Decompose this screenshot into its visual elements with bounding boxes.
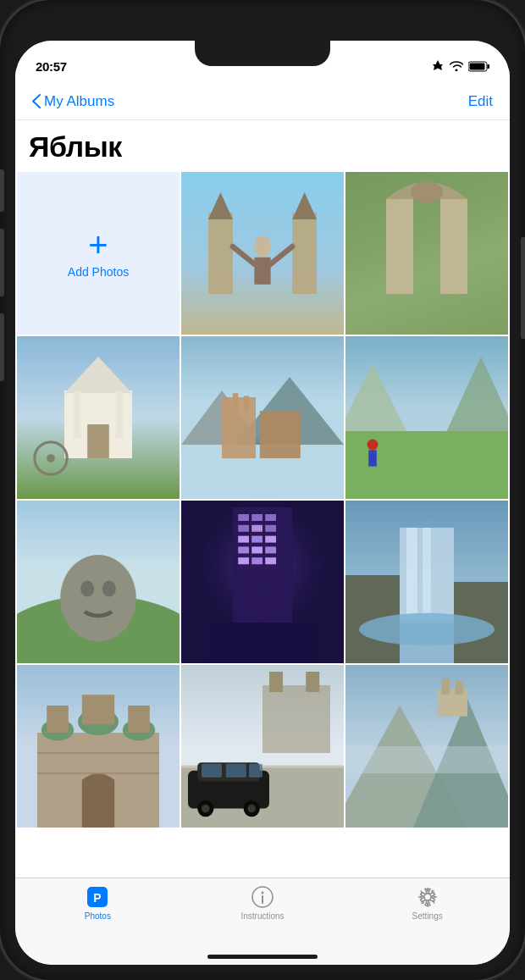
svg-rect-81 bbox=[269, 672, 283, 692]
svg-point-40 bbox=[60, 555, 136, 641]
home-bar bbox=[207, 955, 318, 959]
photo-3[interactable] bbox=[17, 336, 180, 499]
svg-rect-37 bbox=[368, 450, 377, 466]
battery-icon bbox=[468, 61, 489, 72]
svg-rect-21 bbox=[116, 390, 123, 438]
photo-4-overlay bbox=[181, 336, 344, 499]
photo-6[interactable] bbox=[17, 501, 180, 663]
status-time: 20:57 bbox=[36, 59, 67, 74]
svg-rect-1 bbox=[470, 63, 485, 69]
power-button bbox=[521, 237, 525, 339]
svg-rect-50 bbox=[251, 525, 262, 532]
svg-text:P: P bbox=[94, 891, 102, 905]
photos-icon: P bbox=[86, 885, 109, 909]
airplane-icon bbox=[431, 59, 445, 73]
photo-2-overlay bbox=[345, 172, 508, 335]
svg-rect-5 bbox=[292, 213, 317, 294]
tab-instructions[interactable]: Instructions bbox=[180, 885, 345, 921]
photo-11-svg bbox=[345, 665, 508, 828]
svg-point-23 bbox=[47, 454, 55, 462]
photo-4[interactable] bbox=[181, 336, 344, 499]
svg-rect-55 bbox=[238, 546, 249, 553]
instructions-tab-label: Instructions bbox=[240, 911, 284, 921]
photo-7[interactable] bbox=[181, 501, 344, 663]
svg-rect-100 bbox=[345, 746, 508, 773]
content-area: Яблык + Add Photos bbox=[15, 120, 510, 878]
back-button[interactable]: My Albums bbox=[32, 93, 114, 110]
photo-5-overlay bbox=[345, 336, 508, 499]
notch bbox=[195, 41, 330, 66]
svg-rect-57 bbox=[265, 546, 276, 553]
photo-8[interactable] bbox=[345, 501, 508, 663]
phone-frame: 20:57 bbox=[0, 0, 525, 980]
photo-8-svg bbox=[345, 501, 508, 663]
svg-rect-28 bbox=[260, 411, 301, 458]
svg-rect-60 bbox=[265, 557, 276, 564]
svg-point-15 bbox=[411, 181, 443, 203]
svg-rect-58 bbox=[238, 557, 249, 564]
svg-rect-29 bbox=[222, 397, 227, 411]
svg-point-104 bbox=[262, 892, 264, 894]
svg-rect-76 bbox=[128, 706, 150, 733]
svg-rect-52 bbox=[238, 536, 249, 543]
svg-rect-9 bbox=[254, 257, 270, 285]
svg-rect-80 bbox=[262, 685, 330, 753]
svg-rect-51 bbox=[265, 525, 276, 532]
svg-rect-31 bbox=[244, 396, 249, 411]
svg-point-68 bbox=[359, 613, 495, 645]
svg-rect-91 bbox=[202, 764, 222, 778]
svg-rect-4 bbox=[208, 213, 233, 294]
svg-rect-47 bbox=[251, 514, 262, 521]
svg-rect-59 bbox=[251, 557, 262, 564]
tab-settings[interactable]: Settings bbox=[345, 885, 510, 921]
photo-3-overlay bbox=[17, 336, 180, 499]
svg-rect-66 bbox=[406, 528, 417, 616]
svg-rect-56 bbox=[251, 546, 262, 553]
photo-9[interactable] bbox=[17, 665, 180, 828]
edit-button[interactable]: Edit bbox=[468, 93, 493, 110]
svg-rect-54 bbox=[265, 536, 276, 543]
photo-10-svg bbox=[181, 665, 344, 828]
plus-icon: + bbox=[88, 228, 108, 262]
svg-point-88 bbox=[202, 805, 210, 813]
photo-3-svg bbox=[17, 336, 180, 499]
settings-tab-icon bbox=[416, 885, 439, 909]
volume-up-button bbox=[0, 229, 4, 296]
status-icons bbox=[431, 59, 489, 73]
photo-10[interactable] bbox=[181, 665, 344, 828]
instructions-tab-icon bbox=[251, 885, 274, 909]
volume-down-button bbox=[0, 313, 4, 381]
home-indicator bbox=[15, 948, 510, 965]
svg-rect-13 bbox=[386, 199, 413, 294]
photo-7-svg bbox=[181, 501, 344, 663]
info-icon bbox=[251, 885, 274, 909]
wifi-icon bbox=[450, 61, 463, 71]
svg-rect-53 bbox=[251, 536, 262, 543]
chevron-left-icon bbox=[32, 94, 41, 108]
tab-bar: P Photos Instructions bbox=[15, 878, 510, 948]
photo-grid: + Add Photos bbox=[15, 172, 510, 828]
photo-2-svg bbox=[345, 172, 508, 335]
photo-2[interactable] bbox=[345, 172, 508, 335]
tab-photos[interactable]: P Photos bbox=[15, 885, 180, 921]
photos-tab-label: Photos bbox=[85, 911, 111, 921]
photo-5[interactable] bbox=[345, 336, 508, 499]
photo-7-overlay bbox=[181, 501, 344, 663]
svg-point-90 bbox=[247, 805, 256, 813]
svg-rect-67 bbox=[423, 528, 431, 616]
photo-9-overlay bbox=[17, 665, 180, 828]
settings-tab-label: Settings bbox=[412, 911, 443, 921]
album-title: Яблык bbox=[15, 120, 510, 172]
photo-1[interactable] bbox=[181, 172, 344, 335]
add-photos-button[interactable]: + Add Photos bbox=[17, 172, 180, 335]
svg-rect-72 bbox=[47, 706, 69, 733]
svg-rect-74 bbox=[82, 695, 114, 724]
volume-silent-button bbox=[0, 169, 4, 212]
nav-bar: My Albums Edit bbox=[15, 83, 510, 120]
photo-11[interactable] bbox=[345, 665, 508, 828]
photo-10-overlay bbox=[181, 665, 344, 828]
svg-rect-99 bbox=[456, 681, 464, 695]
svg-rect-19 bbox=[87, 424, 109, 458]
svg-rect-46 bbox=[238, 514, 249, 521]
photo-6-svg bbox=[17, 501, 180, 663]
